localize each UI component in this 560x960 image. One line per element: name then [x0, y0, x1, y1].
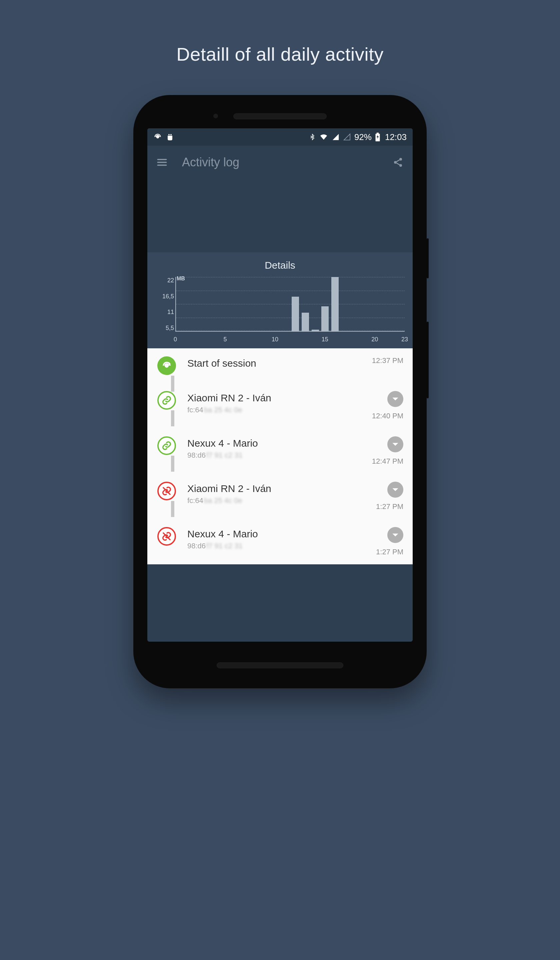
chart-plot [175, 277, 405, 332]
activity-row-title: Xiaomi RN 2 - Iván [187, 483, 357, 494]
hotspot-notif-icon [153, 133, 162, 141]
phone-speaker-bottom [217, 662, 343, 668]
timeline-node [153, 391, 180, 410]
activity-row-body: Nexux 4 - Mario98:d6f7 91 c2 31 [180, 527, 357, 550]
phone-power-button [427, 238, 429, 278]
timeline-node [153, 436, 180, 455]
activity-row-time: 1:27 PM [376, 502, 403, 511]
phone-volume-button [427, 322, 429, 398]
activity-row-title: Nexux 4 - Mario [187, 438, 357, 449]
expand-button[interactable] [387, 436, 403, 452]
status-clock: 12:03 [385, 132, 407, 142]
share-icon [393, 157, 403, 168]
link-disconnect-icon [157, 527, 176, 546]
svg-point-7 [399, 164, 402, 167]
activity-row[interactable]: Nexux 4 - Mario98:d6f7 91 c2 3112:47 PM [147, 428, 413, 474]
chart-panel: Details 22MB 16,5 11 5,5 0510152023 [147, 252, 413, 348]
activity-row-mac: fc:64ba 25 4c 0e [187, 406, 357, 414]
header-spacer [147, 179, 413, 252]
chart-bar [292, 297, 299, 331]
activity-row[interactable]: Nexux 4 - Mario98:d6f7 91 c2 311:27 PM [147, 519, 413, 564]
chart-y-axis: 22MB 16,5 11 5,5 [156, 277, 174, 332]
expand-button[interactable] [387, 527, 403, 543]
svg-rect-4 [377, 133, 379, 134]
app-bar: Activity log [147, 146, 413, 179]
timeline-node [153, 356, 180, 375]
screen: 92% 12:03 Activity log Detail [147, 128, 413, 642]
chart-x-axis: 0510152023 [175, 333, 405, 344]
signal-empty-icon [343, 133, 351, 141]
menu-button[interactable] [155, 156, 169, 169]
timeline-line [171, 501, 174, 517]
chart-bar [322, 306, 329, 331]
activity-list[interactable]: Start of session12:37 PMXiaomi RN 2 - Iv… [147, 348, 413, 564]
chart-x-tick: 23 [402, 336, 408, 343]
activity-row-body: Xiaomi RN 2 - Ivánfc:64ba 25 4c 0e [180, 482, 357, 505]
activity-row-time: 12:47 PM [372, 457, 403, 466]
activity-row-tail: 1:27 PM [357, 482, 403, 511]
timeline-line [171, 456, 174, 472]
activity-row-body: Xiaomi RN 2 - Ivánfc:64ba 25 4c 0e [180, 391, 357, 414]
share-button[interactable] [391, 156, 405, 169]
expand-button[interactable] [387, 482, 403, 498]
activity-row-title: Xiaomi RN 2 - Iván [187, 392, 357, 404]
expand-button[interactable] [387, 391, 403, 407]
timeline-node [153, 482, 180, 500]
activity-row-tail: 12:37 PM [357, 356, 403, 365]
activity-row-mac: 98:d6f7 91 c2 31 [187, 542, 357, 550]
activity-row-time: 1:27 PM [376, 548, 403, 556]
activity-row-tail: 12:47 PM [357, 436, 403, 466]
svg-point-2 [170, 134, 172, 135]
phone-frame: 92% 12:03 Activity log Detail [133, 95, 427, 688]
chart-x-tick: 0 [174, 336, 177, 343]
timeline-node [153, 527, 180, 546]
debug-notif-icon [166, 133, 174, 141]
signal-full-icon [332, 133, 340, 141]
chart-x-tick: 15 [322, 336, 328, 343]
activity-row-title: Start of session [187, 358, 357, 369]
chart-bar [331, 277, 339, 331]
chart-title: Details [155, 260, 405, 271]
svg-point-1 [168, 134, 170, 135]
activity-row-time: 12:37 PM [372, 356, 403, 365]
chart-bars [176, 277, 405, 331]
battery-charging-icon [375, 133, 380, 141]
activity-row-tail: 1:27 PM [357, 527, 403, 556]
chart-area[interactable]: 22MB 16,5 11 5,5 0510152023 [175, 277, 405, 344]
status-bar: 92% 12:03 [147, 128, 413, 146]
activity-row[interactable]: Start of session12:37 PM [147, 348, 413, 383]
link-disconnect-icon [157, 482, 176, 500]
link-connect-icon [157, 391, 176, 410]
chart-x-tick: 20 [371, 336, 378, 343]
chart-bar [302, 313, 309, 331]
link-connect-icon [157, 436, 176, 455]
phone-camera [213, 114, 218, 118]
app-title: Activity log [182, 155, 391, 169]
activity-row-title: Nexux 4 - Mario [187, 528, 357, 540]
activity-row-mac: 98:d6f7 91 c2 31 [187, 451, 357, 460]
battery-pct: 92% [354, 132, 372, 142]
activity-row-body: Start of session [180, 356, 357, 369]
activity-row-tail: 12:40 PM [357, 391, 403, 420]
promo-title: Detaill of all daily activity [176, 43, 383, 65]
session-start-icon [157, 356, 176, 375]
bluetooth-icon [309, 133, 316, 141]
activity-row-mac: fc:64ba 25 4c 0e [187, 496, 357, 505]
svg-point-0 [157, 136, 159, 138]
timeline-line [171, 410, 174, 426]
chart-x-tick: 5 [224, 336, 227, 343]
wifi-icon [319, 133, 328, 141]
svg-point-6 [394, 161, 397, 164]
chart-x-tick: 10 [272, 336, 278, 343]
chart-bar [312, 330, 319, 331]
activity-row[interactable]: Xiaomi RN 2 - Ivánfc:64ba 25 4c 0e12:40 … [147, 383, 413, 428]
svg-point-5 [399, 158, 402, 161]
activity-row[interactable]: Xiaomi RN 2 - Ivánfc:64ba 25 4c 0e1:27 P… [147, 474, 413, 519]
activity-row-body: Nexux 4 - Mario98:d6f7 91 c2 31 [180, 436, 357, 460]
activity-row-time: 12:40 PM [372, 412, 403, 420]
hamburger-icon [156, 157, 168, 168]
phone-speaker-top [233, 114, 327, 119]
